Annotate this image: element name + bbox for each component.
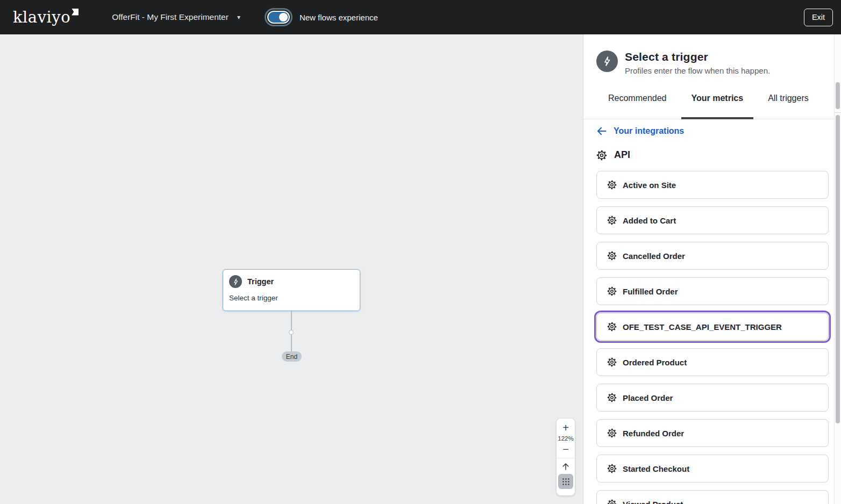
trigger-item-refunded-order[interactable]: Refunded Order (596, 419, 829, 447)
trigger-node-title: Trigger (247, 277, 274, 286)
new-flows-toggle[interactable] (267, 11, 290, 24)
grid-view-button[interactable] (558, 474, 573, 489)
api-section-label: API (614, 149, 630, 161)
lightning-bolt-icon (229, 275, 242, 288)
trigger-node[interactable]: Trigger Select a trigger (223, 269, 360, 311)
trigger-item-placed-order[interactable]: Placed Order (596, 384, 829, 412)
scroll-to-top-button[interactable] (558, 460, 573, 472)
gear-icon (607, 322, 617, 332)
gear-icon (607, 180, 617, 190)
chevron-down-icon: ▾ (237, 13, 240, 21)
flow-name-label: OfferFit - My First Experimenter (112, 12, 229, 22)
trigger-item-label: Viewed Product (623, 500, 683, 504)
gear-icon (607, 357, 617, 367)
trigger-item-ordered-product[interactable]: Ordered Product (596, 348, 829, 376)
panel-subtitle: Profiles enter the flow when this happen… (625, 66, 770, 75)
scrollbar-thumb[interactable] (836, 115, 840, 423)
top-bar: klaviyo OfferFit - My First Experimenter… (0, 0, 841, 34)
zoom-out-button[interactable]: − (558, 443, 573, 456)
trigger-item-label: Cancelled Order (623, 251, 685, 261)
klaviyo-logo[interactable]: klaviyo (13, 10, 79, 25)
flow-canvas[interactable]: Trigger Select a trigger End + 122% − (0, 34, 583, 504)
trigger-item-label: OFE_TEST_CASE_API_EVENT_TRIGGER (623, 322, 782, 332)
zoom-in-button[interactable]: + (558, 421, 573, 434)
klaviyo-logo-text: klaviyo (13, 10, 70, 25)
grid-dots-icon (561, 477, 571, 486)
zoom-level-label: 122% (558, 435, 573, 442)
gear-icon (596, 150, 607, 161)
gear-icon (607, 428, 617, 438)
exit-button[interactable]: Exit (804, 9, 833, 26)
arrow-up-icon (561, 462, 571, 471)
divider (835, 112, 841, 113)
trigger-item-added-to-cart[interactable]: Added to Cart (596, 206, 829, 234)
arrow-left-icon (596, 126, 607, 136)
flow-end-badge: End (282, 351, 302, 362)
klaviyo-flag-icon (72, 9, 79, 16)
panel-scrollbar[interactable] (834, 34, 841, 504)
back-link-label: Your integrations (614, 126, 684, 136)
trigger-list: Active on Site Added to Cart Cancelled O… (596, 171, 821, 504)
trigger-item-label: Started Checkout (623, 464, 689, 473)
canvas-zoom-controls: + 122% − (557, 419, 575, 495)
scrollbar-thumb[interactable] (836, 82, 840, 109)
gear-icon (607, 251, 617, 261)
flow-connector-add-point[interactable] (289, 330, 294, 335)
back-to-integrations-link[interactable]: Your integrations (596, 126, 821, 136)
trigger-item-started-checkout[interactable]: Started Checkout (596, 455, 829, 483)
trigger-item-label: Placed Order (623, 393, 673, 402)
lightning-bolt-icon (596, 51, 618, 72)
new-flows-toggle-group: New flows experience (267, 11, 378, 24)
trigger-item-viewed-product[interactable]: Viewed Product (596, 490, 829, 504)
trigger-item-active-on-site[interactable]: Active on Site (596, 171, 829, 199)
trigger-node-subtitle: Select a trigger (223, 288, 360, 302)
trigger-item-label: Ordered Product (623, 358, 687, 367)
trigger-item-label: Active on Site (623, 181, 676, 190)
gear-icon (607, 464, 617, 473)
gear-icon (607, 499, 617, 504)
trigger-item-cancelled-order[interactable]: Cancelled Order (596, 242, 829, 270)
trigger-item-fulfilled-order[interactable]: Fulfilled Order (596, 277, 829, 305)
panel-title: Select a trigger (625, 51, 770, 63)
trigger-item-label: Added to Cart (623, 216, 676, 225)
trigger-item-label: Refunded Order (623, 429, 684, 438)
trigger-panel-content: Your integrations API Active on Site Add… (583, 113, 834, 504)
panel-header: Select a trigger Profiles enter the flow… (583, 34, 841, 75)
select-trigger-panel: Select a trigger Profiles enter the flow… (583, 34, 841, 504)
gear-icon (607, 215, 617, 225)
divider (557, 458, 575, 458)
api-section-header: API (596, 149, 821, 161)
new-flows-toggle-label: New flows experience (300, 13, 378, 22)
gear-icon (607, 393, 617, 402)
gear-icon (607, 286, 617, 296)
trigger-item-ofe-test-case-selected[interactable]: OFE_TEST_CASE_API_EVENT_TRIGGER (596, 313, 829, 341)
flow-name-dropdown[interactable]: OfferFit - My First Experimenter ▾ (112, 12, 240, 22)
trigger-item-label: Fulfilled Order (623, 287, 678, 296)
toggle-knob (279, 13, 288, 21)
